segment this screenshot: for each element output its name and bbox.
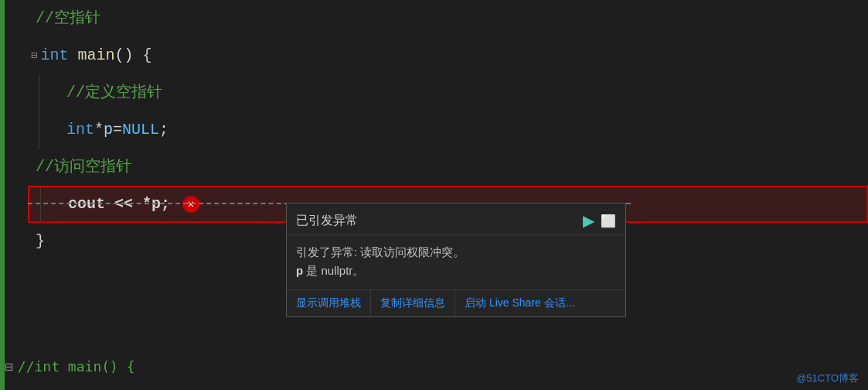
eq-sign: = bbox=[113, 111, 122, 149]
btn-show-callstack[interactable]: 显示调用堆栈 bbox=[287, 290, 371, 316]
error-badge: ✕ bbox=[182, 196, 199, 213]
line-comment-null: //空指针 bbox=[28, 0, 868, 37]
btn-live-share[interactable]: 启动 Live Share 会话... bbox=[455, 290, 584, 316]
popup-p-bold: p bbox=[296, 264, 303, 277]
line-decl: int * p = NULL ; bbox=[28, 111, 868, 149]
cout-code: cout << *p; bbox=[68, 186, 170, 223]
popup-title: 已引发异常 bbox=[296, 213, 358, 229]
error-popup: 已引发异常 ▶ ⬜ 引发了异常: 读取访问权限冲突。 p 是 nullptr。 … bbox=[286, 203, 626, 317]
semicolon-1: ; bbox=[159, 111, 168, 149]
watermark: @51CTO博客 bbox=[796, 371, 859, 385]
comment-define: //定义空指针 bbox=[66, 74, 162, 111]
popup-actions: ▶ ⬜ bbox=[583, 211, 616, 230]
popup-footer: 显示调用堆栈 复制详细信息 启动 Live Share 会话... bbox=[287, 289, 625, 316]
code-content: //空指针 ⊟ int main () { //定义空指针 int * p = … bbox=[28, 0, 868, 390]
var-p: p bbox=[104, 111, 113, 149]
comment-null-ptr: //空指针 bbox=[36, 0, 100, 37]
popup-text-line1: 引发了异常: 读取访问权限冲突。 bbox=[296, 243, 616, 262]
popup-text-suffix: 是 nullptr。 bbox=[303, 264, 364, 277]
kw-null: NULL bbox=[122, 111, 159, 149]
collapse-icon[interactable]: ⊟ bbox=[31, 37, 37, 74]
popup-text-line2: p 是 nullptr。 bbox=[296, 262, 616, 280]
editor-area: //空指针 ⊟ int main () { //定义空指针 int * p = … bbox=[0, 0, 868, 390]
line-comment-access: //访问空指针 bbox=[28, 149, 868, 186]
indent-line-3 bbox=[40, 187, 41, 221]
indent-line-2 bbox=[39, 111, 39, 149]
indent-line-1 bbox=[39, 74, 39, 111]
popup-copy-btn[interactable]: ⬜ bbox=[601, 214, 616, 228]
main-paren: () { bbox=[114, 37, 151, 74]
kw-main-func-name: main bbox=[77, 37, 114, 74]
popup-header: 已引发异常 ▶ ⬜ bbox=[287, 204, 625, 235]
kw-int-ptr: int bbox=[66, 111, 94, 149]
popup-play-btn[interactable]: ▶ bbox=[583, 211, 594, 230]
ptr-star: * bbox=[94, 111, 104, 149]
collapse-square[interactable]: ⊟ bbox=[5, 358, 13, 375]
line-main-func: ⊟ int main () { bbox=[28, 37, 868, 74]
popup-body: 引发了异常: 读取访问权限冲突。 p 是 nullptr。 bbox=[287, 235, 625, 289]
space1 bbox=[68, 37, 77, 74]
comment-access: //访问空指针 bbox=[36, 149, 131, 186]
line-comment-define: //定义空指针 bbox=[28, 74, 868, 111]
bottom-comment: //int main() { bbox=[18, 358, 135, 375]
close-brace: } bbox=[36, 223, 45, 260]
bottom-collapsed-line: ⊟ //int main() { bbox=[5, 358, 135, 375]
btn-copy-details[interactable]: 复制详细信息 bbox=[371, 290, 455, 316]
left-bar bbox=[0, 0, 5, 390]
kw-int-main: int bbox=[40, 37, 68, 74]
